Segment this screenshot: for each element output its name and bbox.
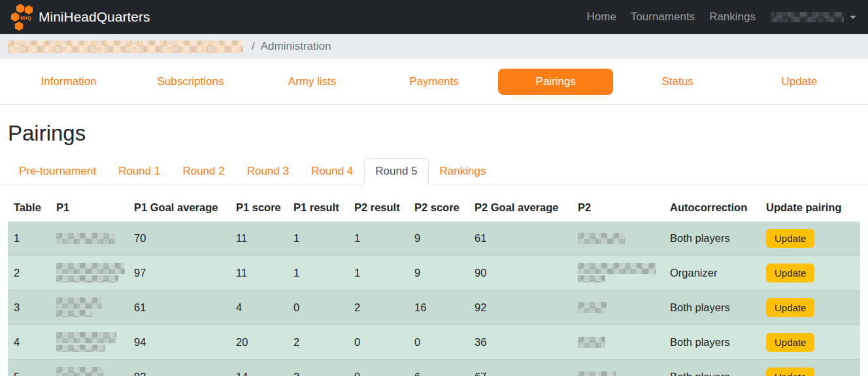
cell-p1-score: 11 [230,256,288,290]
redacted-player-name [578,302,607,313]
tab-label: Subscriptions [157,75,224,88]
tab-label: Payments [409,75,459,88]
breadcrumb: / Administration [0,34,868,59]
pairing-row: 2971111990OrganizerUpdate [8,256,860,290]
update-pairing-button[interactable]: Update [766,264,814,282]
redacted-username [771,12,844,22]
breadcrumb-separator: / [252,40,255,53]
cell-p1-goal-average: 92 [128,360,230,376]
subtab-round-1[interactable]: Round 1 [107,158,171,184]
redacted-player-name [56,263,125,274]
tab-information[interactable]: Information [8,75,129,88]
cell-p2-goal-average: 36 [469,325,572,360]
cell-p1-goal-average: 61 [128,290,230,325]
navbar-right: HomeTournamentsRankings [579,8,856,26]
cell-p2-result: 1 [348,256,409,290]
nav-link-rankings[interactable]: Rankings [702,8,763,26]
column-header-table: Table [8,195,50,222]
cell-p2 [572,256,664,290]
tab-army-lists[interactable]: Army lists [252,75,373,88]
subtab-rankings[interactable]: Rankings [429,158,497,184]
navbar-links: HomeTournamentsRankings [579,8,763,26]
cell-p1-result: 2 [288,360,348,376]
subtab-round-3[interactable]: Round 3 [236,158,300,184]
cell-autocorrection: Organizer [664,256,760,290]
cell-update-pairing: Update [760,290,860,325]
cell-table-number: 4 [8,325,50,360]
subtab-pre-tournament[interactable]: Pre-tournament [8,158,107,184]
cell-p2-goal-average: 92 [469,290,572,325]
cell-update-pairing: Update [760,360,860,376]
tab-subscriptions[interactable]: Subscriptions [129,75,251,88]
redacted-tournament-name[interactable] [8,41,243,53]
cell-autocorrection: Both players [664,222,760,256]
cell-autocorrection: Both players [664,360,760,376]
update-pairing-button[interactable]: Update [766,229,814,248]
cell-p1-result: 1 [288,222,348,256]
update-pairing-button[interactable]: Update [766,333,814,352]
cell-p1-goal-average: 94 [128,325,230,360]
cell-p1-score: 4 [230,290,288,325]
tab-label: Update [781,75,817,88]
user-menu[interactable] [771,12,856,22]
redacted-player-name [578,337,605,348]
svg-text:MHQ: MHQ [20,16,31,21]
cell-p1 [50,256,128,290]
cell-table-number: 5 [8,360,50,376]
redacted-player-name [56,332,116,343]
table-header-row: TableP1P1 Goal averageP1 scoreP1 resultP… [8,195,860,222]
tab-status[interactable]: Status [616,75,738,88]
chevron-down-icon [850,16,856,19]
tab-label: Pairings [498,69,613,95]
nav-link-tournaments[interactable]: Tournaments [624,8,702,26]
brand[interactable]: MHQ MiniHeadQuarters [9,3,150,31]
cell-p1-score: 14 [230,360,288,376]
cell-p2-goal-average: 67 [469,360,572,376]
cell-p2-score: 6 [409,360,469,376]
cell-p2-result: 0 [348,360,409,376]
page-title: Pairings [0,121,868,146]
cell-update-pairing: Update [760,256,860,290]
column-header-autocorrection: Autocorrection [664,195,760,222]
tab-payments[interactable]: Payments [373,75,495,88]
cell-p1 [50,222,128,256]
redacted-player-name [56,233,115,244]
cell-p1-result: 2 [288,325,348,360]
update-pairing-button[interactable]: Update [766,298,814,317]
update-pairing-button[interactable]: Update [766,367,814,376]
cell-update-pairing: Update [760,222,860,256]
cell-autocorrection: Both players [664,325,760,360]
top-navbar: MHQ MiniHeadQuarters HomeTournamentsRank… [0,0,868,34]
redacted-player-name [578,275,605,282]
tab-update[interactable]: Update [739,75,860,88]
tab-label: Army lists [288,75,337,88]
cell-p2 [572,360,664,376]
tab-label: Information [41,75,97,88]
cell-update-pairing: Update [760,325,860,360]
column-header-p2: P2 [572,195,664,222]
subtab-round-5[interactable]: Round 5 [364,158,428,184]
subtab-round-2[interactable]: Round 2 [171,158,235,184]
cell-p1 [50,360,128,376]
tab-pairings[interactable]: Pairings [495,69,616,95]
column-header-p1-goal-average: P1 Goal average [128,195,230,222]
cell-p1-score: 20 [230,325,288,360]
pairing-row: 1701111961Both playersUpdate [8,222,860,256]
cell-table-number: 3 [8,290,50,325]
column-header-p1: P1 [50,195,128,222]
cell-p2 [572,290,664,325]
column-header-p2-score: P2 score [409,195,469,222]
redacted-player-name [56,367,103,376]
cell-p2 [572,222,664,256]
cell-p1-score: 11 [230,222,288,256]
cell-p2-goal-average: 90 [469,256,572,290]
cell-p2-score: 16 [409,290,469,325]
column-header-update-pairing: Update pairing [760,195,860,222]
pairing-row: 4942020036Both playersUpdate [8,325,860,360]
redacted-player-name [578,233,625,244]
nav-link-home[interactable]: Home [579,8,623,26]
pairings-table-body: 1701111961Both playersUpdate2971111990Or… [8,222,860,376]
cell-p1-goal-average: 97 [128,256,230,290]
subtab-round-4[interactable]: Round 4 [300,158,364,184]
brand-title: MiniHeadQuarters [39,9,150,25]
